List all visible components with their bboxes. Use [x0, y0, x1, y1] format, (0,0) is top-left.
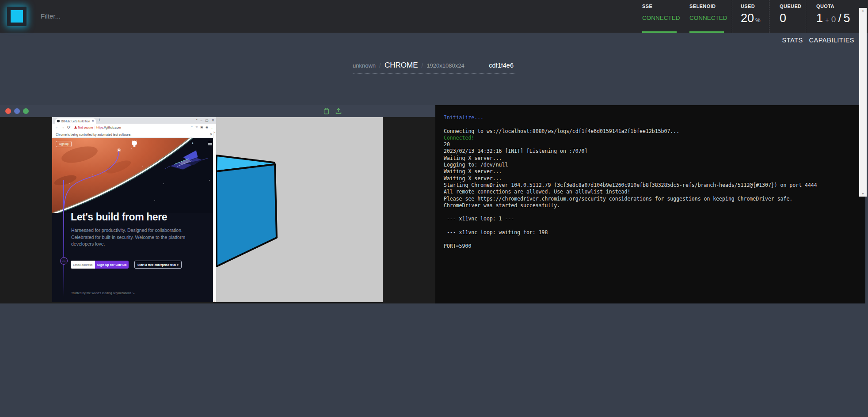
automation-infobar: Chrome is being controlled by automated … — [52, 131, 216, 138]
scroll-down-icon[interactable]: ▼ — [214, 300, 216, 302]
session-user: unknown — [353, 62, 376, 69]
remote-browser-window: GitHub: Let's build from he... ✕ + ˇ – ▢… — [52, 117, 216, 302]
signup-for-github-button[interactable]: Sign up for GitHub — [95, 261, 129, 269]
log-line: Waiting X server... — [444, 168, 843, 175]
log-line: Waiting X server... — [444, 155, 843, 162]
log-line: Logging to: /dev/null — [444, 162, 843, 168]
sse-label: SSE — [642, 4, 685, 9]
log-scrollbar[interactable]: ▲ ▼ — [859, 8, 867, 197]
quota-slash: / — [838, 11, 841, 25]
log-line: All remote connections are allowed. Use … — [444, 189, 843, 195]
tab-close-icon[interactable]: ✕ — [91, 119, 94, 123]
github-logo-icon[interactable] — [131, 140, 138, 147]
upload-icon[interactable] — [335, 108, 342, 114]
decorative-line — [63, 180, 64, 296]
quota-total: 5 — [844, 11, 850, 25]
minimize-icon[interactable]: – — [200, 118, 202, 122]
github-page: Sign up Let's build from here Harnessed … — [52, 138, 216, 302]
github-cta-row: Sign up for GitHub Start a free enterpri… — [71, 261, 182, 269]
code-icon: <> — [60, 257, 68, 265]
queued-value: 0 — [780, 11, 786, 25]
log-line: Initialize... — [444, 114, 843, 121]
app-logo[interactable] — [7, 7, 27, 26]
tab-title: GitHub: Let's build from he... — [61, 120, 90, 123]
log-line: PORT=5900 — [444, 243, 843, 250]
sse-value: CONNECTED — [642, 15, 685, 21]
browser-tab[interactable]: GitHub: Let's build from he... ✕ — [55, 118, 96, 124]
log-line — [444, 236, 843, 243]
email-field[interactable] — [71, 261, 95, 269]
tabs-icon[interactable]: ▣ — [200, 125, 203, 129]
github-signup-button[interactable]: Sign up — [56, 141, 72, 147]
reload-icon[interactable]: ⟳ — [67, 125, 71, 129]
log-line: --- x11vnc loop: 1 --- — [444, 216, 843, 222]
infobar-close-icon[interactable]: ✕ — [209, 133, 213, 136]
quota-plus: + — [825, 16, 829, 23]
log-line: Starting ChromeDriver 104.0.5112.79 (3cf… — [444, 182, 843, 189]
log-line — [444, 209, 843, 216]
hamburger-menu-icon[interactable] — [208, 142, 212, 146]
used-metric: USED 20 % — [732, 0, 769, 33]
enterprise-trial-button[interactable]: Start a free enterprise trial > — [134, 261, 182, 269]
nav-stats-link[interactable]: STATS — [782, 37, 803, 44]
log-line: Waiting X server... — [444, 175, 843, 182]
minimize-window-button[interactable] — [14, 108, 20, 114]
profile-icon[interactable]: ◉ — [206, 125, 208, 129]
clipboard-icon[interactable] — [324, 108, 329, 114]
log-line: ChromeDriver was started successfully. — [444, 202, 843, 209]
vnc-actions — [324, 108, 430, 114]
quota-metric: QUOTA 1 + 0 / 5 — [806, 0, 868, 33]
log-line — [444, 223, 843, 229]
top-bar: SSE CONNECTED SELENOID CONNECTED USED 20… — [0, 0, 868, 33]
browser-toolbar: ← → ⟳ Not secure | https://github.com ⌃ … — [52, 124, 216, 131]
close-icon[interactable]: ✕ — [212, 118, 214, 122]
page-url: https://github.com — [96, 126, 121, 129]
cube-drawing — [216, 117, 383, 302]
used-label: USED — [741, 4, 769, 9]
star-icon[interactable]: ☆ — [195, 125, 198, 129]
browser-scrollbar[interactable]: ▲ ▼ — [213, 131, 216, 302]
scroll-up-icon[interactable]: ▲ — [214, 131, 216, 133]
vnc-header — [0, 105, 435, 117]
log-line: Connected! — [444, 135, 843, 141]
github-hero-heading: Let's build from here — [71, 211, 167, 223]
remote-desktop — [216, 117, 383, 302]
url-divider: | — [94, 126, 95, 129]
fullscreen-window-button[interactable] — [23, 108, 29, 114]
share-icon[interactable]: ⌃ — [190, 125, 193, 129]
separator: / — [379, 62, 381, 69]
back-icon[interactable]: ← — [55, 125, 59, 129]
filter-input[interactable] — [41, 8, 209, 24]
selenoid-value: CONNECTED — [689, 15, 732, 21]
status-area: SSE CONNECTED SELENOID CONNECTED USED 20… — [638, 0, 868, 33]
new-tab-button[interactable]: + — [98, 118, 101, 122]
quota-used: 1 — [816, 11, 823, 25]
separator: / — [422, 62, 423, 69]
session-row[interactable]: unknown / CHROME / 1920x1080x24 cdf1f4e6 — [353, 57, 515, 74]
log-line — [444, 121, 843, 128]
remote-framebuffer[interactable]: GitHub: Let's build from he... ✕ + ˇ – ▢… — [52, 117, 383, 302]
trusted-by-text: Trusted by the world's leading organizat… — [71, 292, 135, 295]
window-controls: ˇ – ▢ ✕ — [196, 117, 214, 124]
scroll-down-icon[interactable]: ▼ — [861, 191, 864, 197]
nav-bar: STATS CAPABILITIES — [0, 33, 868, 48]
not-secure-label: Not secure — [78, 126, 93, 129]
session-log-panel: Initialize... Connecting to ws://localho… — [435, 105, 865, 303]
chevron-down-icon[interactable]: ˇ — [196, 118, 198, 122]
vnc-screen[interactable]: GitHub: Let's build from he... ✕ + ˇ – ▢… — [0, 117, 435, 303]
nav-capabilities-link[interactable]: CAPABILITIES — [809, 37, 854, 44]
tab-strip: GitHub: Let's build from he... ✕ + ˇ – ▢… — [52, 117, 216, 124]
session-id: cdf1f4e6 — [489, 62, 515, 69]
used-unit: % — [755, 17, 761, 23]
forward-icon[interactable]: → — [61, 125, 65, 129]
close-window-button[interactable] — [5, 108, 11, 114]
menu-dots-icon[interactable]: ⋮ — [210, 125, 213, 129]
warning-icon — [74, 126, 77, 129]
github-favicon-icon — [57, 120, 60, 122]
https-struck: https — [96, 126, 103, 129]
address-bar[interactable]: Not secure | https://github.com — [74, 126, 189, 129]
scroll-up-icon[interactable]: ▲ — [861, 8, 864, 13]
session-resolution: 1920x1080x24 — [426, 62, 464, 69]
maximize-icon[interactable]: ▢ — [206, 118, 209, 122]
github-hero-illustration — [52, 138, 216, 213]
